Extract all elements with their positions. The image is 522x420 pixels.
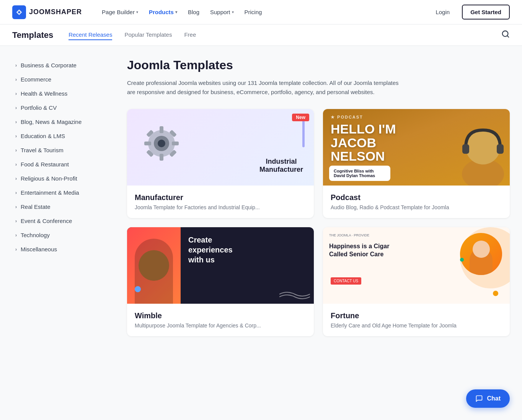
- svg-rect-15: [462, 144, 469, 154]
- manufacturer-label: IndustrialManufacturer: [259, 158, 303, 174]
- template-desc: Joomla Template for Factories and Indust…: [135, 204, 306, 210]
- chevron-right-icon: ›: [15, 162, 17, 167]
- chevron-down-icon: ▾: [175, 10, 177, 14]
- podcast-label-small: ★ PODCAST: [331, 115, 363, 120]
- content-description: Create professional Joomla websites usin…: [127, 78, 403, 97]
- template-grid: IndustrialManufacturer New Manufacturer …: [127, 109, 510, 336]
- templates-header: Templates Recent Releases Popular Templa…: [0, 24, 522, 46]
- sidebar-item-business[interactable]: › Business & Corporate: [12, 58, 112, 72]
- svg-point-4: [158, 140, 165, 147]
- login-button[interactable]: Login: [429, 6, 456, 18]
- chevron-right-icon: ›: [15, 119, 17, 125]
- fortune-breadcrumb: THE JOOMLA · PROVIDE: [329, 233, 369, 237]
- person-head: [473, 241, 490, 258]
- nav-support[interactable]: Support ▾: [206, 6, 238, 18]
- person-illustration: [433, 113, 510, 186]
- tab-popular-templates[interactable]: Popular Templates: [124, 30, 172, 40]
- template-card-wimble[interactable]: Createexperienceswith us Wimble Multipur…: [127, 227, 314, 336]
- search-icon[interactable]: [501, 30, 510, 40]
- thumbnail-podcast: ★ PODCAST HELLO I'MJACOBNELSON: [323, 109, 510, 186]
- fortune-cta-btn: CONTACT US: [331, 277, 361, 285]
- fortune-green-dot: [460, 258, 464, 262]
- navbar: JOOMSHAPER Page Builder ▾ Products ▾ Blo…: [0, 0, 522, 24]
- main-layout: › Business & Corporate › Ecommerce › Hea…: [0, 46, 522, 348]
- svg-rect-7: [144, 142, 151, 145]
- fortune-headline: Happiness is a CigarCalled Senior Care: [329, 243, 389, 259]
- sidebar-item-blog[interactable]: › Blog, News & Magazine: [12, 115, 112, 129]
- sidebar-item-miscellaneous[interactable]: › Miscellaneous: [12, 242, 112, 256]
- wimble-text: Createexperienceswith us: [188, 235, 233, 265]
- thumbnail-fortune: THE JOOMLA · PROVIDE Happiness is a Ciga…: [323, 227, 510, 304]
- template-card-fortune[interactable]: THE JOOMLA · PROVIDE Happiness is a Ciga…: [323, 227, 510, 336]
- template-name: Podcast: [331, 193, 502, 202]
- svg-rect-8: [172, 142, 179, 145]
- podcast-card-overlay: Cognitive Bliss with David Dylan Thomas: [329, 166, 390, 181]
- logo-icon: [12, 5, 26, 19]
- svg-rect-16: [497, 144, 504, 154]
- chevron-right-icon: ›: [15, 77, 17, 82]
- navbar-actions: Login Get Started: [429, 5, 510, 20]
- fortune-person: [460, 233, 502, 275]
- svg-rect-6: [160, 154, 163, 161]
- templates-title: Templates: [12, 30, 53, 40]
- template-card-manufacturer[interactable]: IndustrialManufacturer New Manufacturer …: [127, 109, 314, 218]
- chevron-right-icon: ›: [15, 233, 17, 238]
- svg-line-1: [507, 36, 509, 37]
- chevron-down-icon: ▾: [136, 10, 138, 14]
- sidebar: › Business & Corporate › Ecommerce › Hea…: [12, 58, 112, 336]
- sidebar-item-real-estate[interactable]: › Real Estate: [12, 200, 112, 214]
- wimble-dot: [135, 286, 141, 292]
- chevron-right-icon: ›: [15, 133, 17, 139]
- chevron-down-icon: ▾: [232, 10, 234, 14]
- nav-blog[interactable]: Blog: [183, 6, 204, 18]
- template-info-fortune: Fortune Elderly Care and Old Age Home Te…: [323, 304, 510, 336]
- nav-pricing[interactable]: Pricing: [240, 6, 267, 18]
- chevron-right-icon: ›: [15, 63, 17, 68]
- nav-products[interactable]: Products ▾: [144, 6, 182, 18]
- template-info-wimble: Wimble Multipurpose Joomla Template for …: [127, 304, 314, 336]
- sidebar-item-education[interactable]: › Education & LMS: [12, 129, 112, 143]
- sidebar-item-food[interactable]: › Food & Restaurant: [12, 157, 112, 171]
- svg-rect-5: [160, 126, 163, 133]
- template-info-podcast: Podcast Audio Blog, Radio & Podcast Temp…: [323, 186, 510, 218]
- get-started-button[interactable]: Get Started: [462, 5, 510, 20]
- deco-bar: [302, 117, 305, 147]
- chevron-right-icon: ›: [15, 105, 17, 111]
- sidebar-item-travel[interactable]: › Travel & Tourism: [12, 143, 112, 157]
- logo-text: JOOMSHAPER: [29, 8, 82, 16]
- page-title: Joomla Templates: [127, 58, 510, 72]
- sidebar-item-portfolio[interactable]: › Portfolio & CV: [12, 101, 112, 115]
- thumbnail-wimble: Createexperienceswith us: [127, 227, 314, 304]
- wave-decoration: [279, 288, 310, 300]
- nav-page-builder[interactable]: Page Builder ▾: [97, 6, 143, 18]
- chevron-right-icon: ›: [15, 91, 17, 96]
- sidebar-item-religious[interactable]: › Religious & Non-Profit: [12, 171, 112, 186]
- chevron-right-icon: ›: [15, 204, 17, 210]
- new-badge: New: [292, 114, 309, 121]
- chevron-right-icon: ›: [15, 218, 17, 224]
- tab-free[interactable]: Free: [184, 30, 196, 40]
- chevron-right-icon: ›: [15, 247, 17, 252]
- chevron-right-icon: ›: [15, 148, 17, 153]
- template-desc: Multipurpose Joomla Template for Agencie…: [135, 322, 306, 329]
- template-card-podcast[interactable]: ★ PODCAST HELLO I'MJACOBNELSON: [323, 109, 510, 218]
- sidebar-item-ecommerce[interactable]: › Ecommerce: [12, 72, 112, 86]
- sidebar-item-event[interactable]: › Event & Conference: [12, 214, 112, 228]
- navbar-nav: Page Builder ▾ Products ▾ Blog Support ▾…: [97, 6, 429, 18]
- sidebar-item-health[interactable]: › Health & Wellness: [12, 86, 112, 101]
- templates-tabs: Recent Releases Popular Templates Free: [69, 30, 486, 40]
- template-name: Manufacturer: [135, 193, 306, 202]
- gear-illustration: [139, 120, 184, 166]
- template-desc: Elderly Care and Old Age Home Template f…: [331, 322, 502, 329]
- logo[interactable]: JOOMSHAPER: [12, 5, 82, 19]
- tab-recent-releases[interactable]: Recent Releases: [69, 30, 112, 40]
- fortune-yellow-dot: [493, 291, 498, 296]
- podcast-show-title: Cognitive Bliss with David Dylan Thomas: [334, 169, 386, 178]
- sidebar-item-technology[interactable]: › Technology: [12, 228, 112, 242]
- sidebar-item-entertainment[interactable]: › Entertainment & Media: [12, 186, 112, 200]
- podcast-hero-text: HELLO I'MJACOBNELSON: [331, 122, 396, 163]
- person-head: [139, 250, 169, 281]
- fortune-header-area: THE JOOMLA · PROVIDE: [329, 233, 369, 237]
- content-area: Joomla Templates Create professional Joo…: [127, 58, 510, 336]
- chevron-right-icon: ›: [15, 190, 17, 195]
